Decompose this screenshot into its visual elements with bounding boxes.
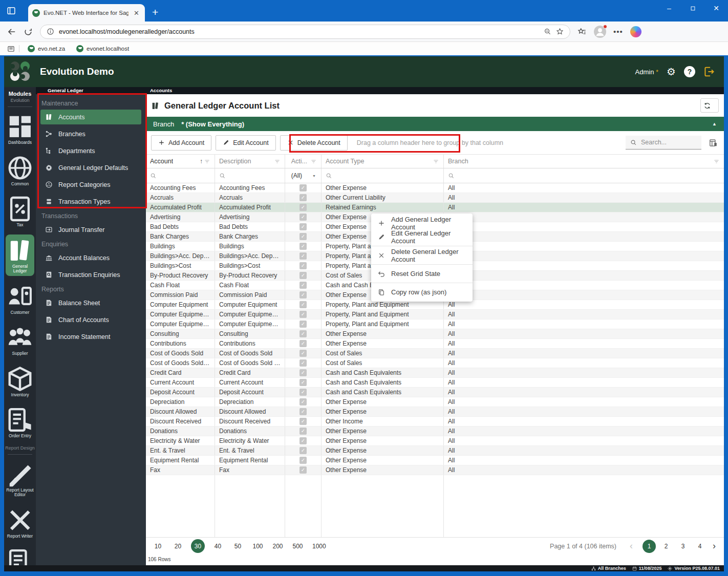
page-size-20[interactable]: 20 bbox=[171, 539, 185, 553]
column-header-account[interactable]: Account ↑ bbox=[146, 155, 215, 168]
tab-workspaces-icon[interactable] bbox=[6, 6, 16, 16]
profile-avatar[interactable] bbox=[594, 26, 606, 38]
column-header-active[interactable]: Acti... bbox=[285, 155, 322, 168]
module-item-general-ledger[interactable]: General Ledger bbox=[6, 234, 34, 276]
grid-search-box[interactable] bbox=[626, 136, 701, 150]
delete-account-button[interactable]: Delete Account bbox=[280, 135, 348, 151]
refresh-button[interactable] bbox=[700, 98, 719, 113]
page-number-4[interactable]: 4 bbox=[693, 540, 706, 553]
table-row[interactable]: Deposit AccountDeposit Account✓Cash and … bbox=[146, 388, 724, 397]
column-header-branch[interactable]: Branch bbox=[444, 155, 724, 168]
site-info-icon[interactable] bbox=[47, 28, 54, 35]
table-row[interactable]: ConsultingConsulting✓Other ExpenseAll bbox=[146, 329, 724, 339]
module-item-inventory[interactable]: Inventory bbox=[6, 363, 34, 400]
back-icon[interactable] bbox=[7, 27, 16, 36]
table-row[interactable]: Equipment RentalEquipment Rental✓Other E… bbox=[146, 456, 724, 465]
user-menu[interactable]: Admin * bbox=[635, 68, 659, 76]
filter-cell-description[interactable] bbox=[215, 168, 285, 183]
filter-icon[interactable] bbox=[433, 158, 439, 165]
table-row[interactable]: FaxFax✓Other ExpenseAll bbox=[146, 465, 724, 475]
nav-item-journal-transfer[interactable]: Journal Transfer bbox=[40, 222, 141, 237]
nav-item-balance-sheet[interactable]: Balance Sheet bbox=[40, 295, 141, 310]
nav-item-departments[interactable]: Departments bbox=[40, 143, 141, 158]
favorites-bar-icon[interactable] bbox=[577, 27, 587, 36]
page-size-500[interactable]: 500 bbox=[291, 539, 305, 553]
collapse-chevron-icon[interactable]: ▲ bbox=[712, 121, 717, 126]
table-row[interactable]: Discount AllowedDiscount Allowed✓Other E… bbox=[146, 407, 724, 417]
reload-icon[interactable] bbox=[24, 27, 33, 36]
page-number-1[interactable]: 1 bbox=[643, 540, 656, 553]
table-row[interactable]: Discount ReceivedDiscount Received✓Other… bbox=[146, 417, 724, 426]
module-item-order-entry[interactable]: Order Entry bbox=[6, 404, 34, 441]
page-size-30[interactable]: 30 bbox=[191, 539, 205, 553]
help-icon[interactable]: ? bbox=[684, 66, 695, 77]
new-tab-button[interactable]: + bbox=[152, 6, 158, 18]
filter-icon[interactable] bbox=[204, 158, 210, 165]
nav-item-transaction-types[interactable]: Transaction Types bbox=[40, 194, 141, 209]
table-row[interactable]: Ent. & TravelEnt. & Travel✓Other Expense… bbox=[146, 446, 724, 456]
filter-cell-account-type[interactable] bbox=[322, 168, 444, 183]
table-row[interactable]: Computer Equipment...Computer Equipment.… bbox=[146, 319, 724, 329]
table-row[interactable]: Credit CardCredit Card✓Cash and Cash Equ… bbox=[146, 368, 724, 378]
add-account-button[interactable]: Add Account bbox=[151, 135, 211, 151]
page-size-10[interactable]: 10 bbox=[151, 539, 165, 553]
window-maximize-button[interactable] bbox=[681, 0, 704, 16]
sort-ascending-icon[interactable]: ↑ bbox=[200, 158, 203, 165]
table-row[interactable]: Cost of Goods Sold - ...Cost of Goods So… bbox=[146, 358, 724, 368]
page-number-3[interactable]: 3 bbox=[676, 540, 690, 553]
page-size-50[interactable]: 50 bbox=[231, 539, 245, 553]
table-row[interactable]: DonationsDonations✓Other ExpenseAll bbox=[146, 426, 724, 436]
filter-icon[interactable] bbox=[713, 158, 720, 165]
browser-tab[interactable]: Evo.NET - Web Interface for Sage ✕ bbox=[28, 4, 145, 22]
nav-item-report-categories[interactable]: Report Categories bbox=[40, 177, 141, 192]
page-size-1000[interactable]: 1000 bbox=[311, 539, 328, 553]
favorite-star-icon[interactable] bbox=[556, 28, 564, 35]
filter-cell-active[interactable]: (All)▼ bbox=[285, 168, 322, 183]
module-item-report-writer[interactable]: Report Writer bbox=[6, 504, 34, 541]
bookmark-evo-net-za[interactable]: evo.net.za bbox=[28, 45, 65, 52]
search-input[interactable] bbox=[641, 139, 692, 146]
filter-cell-branch[interactable] bbox=[444, 168, 724, 183]
edit-account-button[interactable]: Edit Account bbox=[216, 135, 276, 151]
table-row[interactable]: ContributionsContributions✓Other Expense… bbox=[146, 339, 724, 349]
module-item-common[interactable]: Common bbox=[6, 152, 34, 189]
nav-item-chart-of-accounts[interactable]: Chart of Accounts bbox=[40, 312, 141, 327]
table-row[interactable]: Current AccountCurrent Account✓Cash and … bbox=[146, 378, 724, 388]
table-row[interactable]: Accumulated ProfitAccumulated Profit✓Ret… bbox=[146, 203, 724, 212]
page-size-40[interactable]: 40 bbox=[211, 539, 225, 553]
column-chooser-icon[interactable] bbox=[709, 138, 718, 147]
page-size-100[interactable]: 100 bbox=[251, 539, 265, 553]
bookmark-evonet-localhost[interactable]: evonet.localhost bbox=[76, 45, 129, 52]
nav-item-account-balances[interactable]: Account Balances bbox=[40, 250, 141, 265]
url-text[interactable]: evonet.localhost/modulegeneralledger/acc… bbox=[59, 28, 539, 35]
filter-icon[interactable] bbox=[310, 158, 317, 165]
table-row[interactable]: Cost of Goods SoldCost of Goods Sold✓Cos… bbox=[146, 349, 724, 358]
browser-menu-icon[interactable]: ••• bbox=[613, 27, 623, 36]
logout-icon[interactable] bbox=[703, 66, 715, 77]
branch-filter-bar[interactable]: Branch * (Show Everything) ▲ bbox=[146, 117, 724, 131]
module-item-report-runner[interactable]: Report Runner bbox=[6, 545, 34, 565]
address-bar[interactable]: evonet.localhost/modulegeneralledger/acc… bbox=[40, 25, 570, 39]
nav-item-transaction-enquiries[interactable]: Transaction Enquiries bbox=[40, 267, 141, 282]
nav-item-income-statement[interactable]: Income Statement bbox=[40, 329, 141, 344]
filter-cell-account[interactable] bbox=[146, 168, 215, 183]
window-minimize-button[interactable]: – bbox=[657, 0, 681, 16]
table-row[interactable]: DepreciationDepreciation✓Other ExpenseAl… bbox=[146, 397, 724, 407]
module-item-customer[interactable]: Customer bbox=[6, 281, 34, 317]
filter-icon[interactable] bbox=[274, 158, 281, 165]
context-menu-item-copy-row-as-json[interactable]: Copy row (as json) bbox=[371, 285, 473, 299]
tab-close-icon[interactable]: ✕ bbox=[132, 9, 141, 17]
module-item-dashboards[interactable]: Dashboards bbox=[6, 111, 34, 147]
context-menu-item-add-general-ledger-account[interactable]: Add General Ledger Account bbox=[371, 216, 473, 230]
nav-item-general-ledger-defaults[interactable]: General Ledger Defaults bbox=[40, 160, 141, 175]
nav-item-accounts[interactable]: Accounts bbox=[40, 110, 141, 124]
prev-page-icon[interactable]: ‹ bbox=[627, 541, 636, 551]
window-close-button[interactable]: ✕ bbox=[704, 0, 728, 16]
context-menu-item-reset-grid-state[interactable]: Reset Grid State bbox=[371, 267, 473, 281]
reading-list-icon[interactable] bbox=[7, 45, 15, 53]
module-item-report-layout-editor[interactable]: Report Layout Editor bbox=[6, 458, 34, 500]
table-row[interactable]: Accounting FeesAccounting Fees✓Other Exp… bbox=[146, 183, 724, 193]
nav-item-branches[interactable]: Branches bbox=[40, 126, 141, 141]
module-item-tax[interactable]: Tax bbox=[6, 193, 34, 230]
table-row[interactable]: Computer Equipment...Computer Equipment.… bbox=[146, 310, 724, 319]
